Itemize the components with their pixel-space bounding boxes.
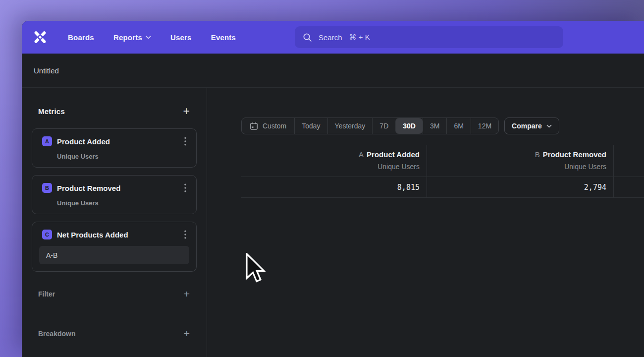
column-name: Product Removed [543,150,606,159]
column-header-a[interactable]: AProduct Added Unique Users [241,145,427,177]
nav-item-label: Reports [113,33,142,42]
nav-item-label: Events [211,33,236,42]
column-subtitle: Unique Users [427,162,606,172]
add-metric-button[interactable]: + [183,106,190,117]
filter-title: Filter [38,290,55,298]
metric-name: Product Removed [57,184,120,192]
nav-item-label: Boards [68,33,94,42]
date-range-7d[interactable]: 7D [372,118,395,134]
date-range-today[interactable]: Today [294,118,327,134]
date-range-custom[interactable]: Custom [242,118,294,134]
filter-section-header: Filter + [32,287,197,301]
chevron-down-icon [546,124,552,128]
date-range-label: 30D [403,122,416,130]
calendar-icon [250,122,258,130]
formula-input[interactable]: A-B [39,246,189,264]
column-badge: B [535,150,540,159]
metric-card-header: C Net Products Added [39,229,189,240]
document-header: Untitled [22,54,644,88]
add-filter-button[interactable]: + [184,289,190,299]
metric-card-b[interactable]: B Product Removed Unique Users [32,175,197,214]
date-range-segmented-control: Custom Today Yesterday 7D 30D 3M 6M 12M [241,118,499,134]
metric-card-header: B Product Removed [39,182,189,193]
metric-badge: A [42,136,52,146]
breakdown-title: Breakdown [38,330,75,338]
metric-card-c[interactable]: C Net Products Added A-B [32,222,197,272]
search-shortcut-hint: ⌘ + K [349,33,370,42]
date-range-label: 6M [454,122,463,130]
add-breakdown-button[interactable]: + [184,328,190,339]
breakdown-section-header: Breakdown + [32,327,197,341]
metric-measurement[interactable]: Unique Users [57,153,189,160]
report-main-area: Custom Today Yesterday 7D 30D 3M 6M 12M … [207,88,644,357]
table-value-b[interactable]: 2,794 [427,177,614,198]
date-range-12m[interactable]: 12M [471,118,498,134]
metric-name: Net Products Added [57,231,128,239]
date-range-6m[interactable]: 6M [446,118,470,134]
table-value-spacer [614,177,644,198]
column-name: Product Added [367,150,420,159]
date-range-label: 3M [430,122,439,130]
metric-card-header: A Product Added [39,136,189,147]
nav-item-users[interactable]: Users [170,33,192,42]
chevron-down-icon [146,36,151,39]
metric-card-a[interactable]: A Product Added Unique Users [32,128,197,168]
column-header-b[interactable]: BProduct Removed Unique Users [427,145,614,177]
date-range-label: Yesterday [335,122,366,130]
metric-badge: C [42,230,52,239]
column-header-spacer [614,145,644,177]
desktop: { "app": { "nav": { "items": ["Boards", … [0,0,644,357]
date-range-3m[interactable]: 3M [423,118,446,134]
date-range-label: 7D [379,122,388,130]
app-window: Boards Reports Users Events Search ⌘ + K [22,21,644,357]
document-title[interactable]: Untitled [34,66,59,75]
kebab-menu-icon[interactable] [181,229,189,240]
results-table: AProduct Added Unique Users BProduct Rem… [241,145,644,198]
date-range-label: Today [302,122,320,130]
date-range-label: Custom [263,122,286,130]
metrics-section-header: Metrics + [32,104,197,118]
search-placeholder: Search [319,33,342,42]
kebab-menu-icon[interactable] [181,136,189,147]
nav-item-boards[interactable]: Boards [68,33,94,42]
date-range-label: 12M [478,122,491,130]
nav-item-reports[interactable]: Reports [113,33,151,42]
metric-measurement[interactable]: Unique Users [57,199,189,207]
content-area: Metrics + A Product Added Unique Users B [22,88,644,357]
date-range-30d-selected[interactable]: 30D [395,118,423,134]
column-badge: A [359,150,364,159]
table-value-a[interactable]: 8,815 [241,177,427,198]
nav-menu: Boards Reports Users Events [68,33,236,42]
query-builder-sidebar: Metrics + A Product Added Unique Users B [22,88,207,357]
metric-name: Product Added [57,137,110,146]
date-range-yesterday[interactable]: Yesterday [327,118,373,134]
compare-button[interactable]: Compare [504,118,559,134]
metric-badge: B [42,183,52,193]
mixpanel-logo-icon[interactable] [33,30,48,44]
search-icon [303,33,312,42]
column-subtitle: Unique Users [241,162,420,172]
nav-item-events[interactable]: Events [211,33,236,42]
date-toolbar: Custom Today Yesterday 7D 30D 3M 6M 12M … [241,118,644,134]
search-input[interactable]: Search ⌘ + K [295,26,563,48]
top-navbar: Boards Reports Users Events Search ⌘ + K [22,21,644,54]
metrics-title: Metrics [38,107,65,116]
nav-item-label: Users [170,33,192,42]
kebab-menu-icon[interactable] [181,182,189,193]
compare-label: Compare [512,122,542,130]
